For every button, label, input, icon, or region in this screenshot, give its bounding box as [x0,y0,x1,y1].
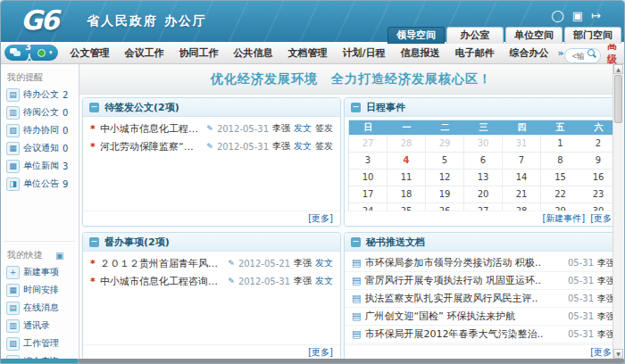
reminder-item[interactable]: ◨ 单位公告 9 [1,175,79,193]
reminder-item[interactable]: ▥ 待阅公文 0 [1,103,79,121]
document-title-link[interactable]: 中小城市信息化工程咨询监理现状与对策分析 [100,275,224,288]
nav-menu-item[interactable]: 协同工作 [179,46,219,60]
calendar-day[interactable]: 6 [464,152,503,169]
document-title-link[interactable]: 广州创文迎“国检” 环保执法来护航 [364,310,564,323]
space-tab[interactable]: 部门空间 [564,27,621,44]
document-title-link[interactable]: 雷厉风行开展专项执法行动 巩固亚运环.. [364,274,564,287]
more-link[interactable]: [更多] [590,212,615,226]
nav-menu-item[interactable]: 会议工作 [125,46,164,60]
hscroll-thumb[interactable] [78,359,624,363]
fawen-link[interactable]: 发文 [315,257,333,269]
horizontal-scrollbar[interactable] [1,359,624,363]
calendar-day[interactable]: 17 [349,186,388,203]
vertical-scrollbar[interactable]: ▲ ▼ [612,64,623,359]
collapse-icon[interactable]: − [89,103,99,112]
shortcut-item[interactable]: ▤ 在线消息 [1,299,79,317]
calendar-day[interactable]: 21 [503,186,541,203]
calendar-day[interactable]: 14 [503,169,541,186]
reminder-item[interactable]: ▤ 待办公文 2 [1,86,79,103]
document-title-link[interactable]: 中小城市信息化工程咨询监理现状与对策分析 [100,122,203,136]
more-link[interactable]: [更多] [308,346,333,360]
logout-icon[interactable]: ↦ [591,9,601,23]
document-date: 2012-05-31 [217,142,269,152]
nav-menu-item[interactable]: 综合办公 [510,46,549,60]
reminder-item[interactable]: ▧ 待办协同 0 [1,121,79,139]
calendar-day[interactable]: 1 [541,135,579,152]
nav-more-arrow[interactable]: » [558,47,564,59]
shortcut-item[interactable]: + 新建事项 [1,263,79,281]
more-link[interactable]: [更多] [308,212,333,226]
nav-menu-item[interactable]: 计划/日程 [343,46,386,60]
more-link[interactable]: [更多] [590,346,615,360]
document-title-link[interactable]: 河北劳动保障监察“两网化”软件项目 [100,140,203,153]
nav-menu-item[interactable]: 公文管理 [71,46,110,60]
space-tabs: 领导空间办公室单位空间部门空间 [388,27,621,44]
space-tab[interactable]: 单位空间 [505,27,562,44]
document-title-link[interactable]: 市环保局参加市领导分类接访活动 积极.. [364,256,564,269]
calendar-day[interactable]: 29 [426,135,464,152]
calendar-weekday: 四 [503,120,541,135]
reminder-count: 0 [62,126,68,136]
header-icon-group: ◯▣↦ [551,9,601,23]
calendar-day[interactable]: 11 [388,169,426,186]
space-tab[interactable]: 领导空间 [388,27,445,44]
calendar-day[interactable]: 22 [541,186,579,203]
nav-menu-item[interactable]: 电子邮件 [455,46,495,60]
chat-bubbles-icon [10,48,21,57]
calendar-day[interactable]: 31 [503,135,541,152]
panel-footer: [更多] [83,344,340,360]
calendar-day[interactable]: 10 [349,169,388,186]
document-date: 05-31 [568,276,594,285]
vscroll-thumb[interactable] [614,75,622,123]
qianfa-link[interactable]: 签发 [315,122,333,135]
message-icon[interactable]: ▣ [572,9,583,23]
scroll-down-icon[interactable]: ▼ [613,349,623,359]
shortcut-icon: ▥ [6,319,20,333]
reminder-item[interactable]: ▩ 单位新闻 3 [1,157,79,175]
reminder-item[interactable]: ▦ 会议通知 0 [1,139,79,157]
shortcut-item[interactable]: ▥ 通讯录 [1,317,79,335]
calendar-day[interactable]: 4 [388,152,426,169]
calendar-day[interactable]: 8 [541,152,579,169]
calendar-day[interactable]: 12 [426,169,464,186]
calendar-day[interactable]: 28 [388,135,426,152]
document-title-link[interactable]: 执法监察支队扎实开展政风行风民主评.. [364,292,564,305]
attachment-icon: ✎ [228,259,235,268]
fawen-link[interactable]: 发文 [294,140,312,153]
document-icon: ▤ [352,328,361,340]
space-tab[interactable]: 办公室 [446,27,504,44]
nav-menu-item[interactable]: 文档管理 [288,46,328,60]
calendar-day[interactable]: 19 [426,186,464,203]
document-title-link[interactable]: ２０１２贵州首届青年风采大赛复赛举行 [100,257,224,270]
calendar-day[interactable]: 5 [426,152,464,169]
calendar-day[interactable]: 3 [349,152,388,169]
new-event-link[interactable]: [新建事件] [542,212,585,226]
calendar-day[interactable]: 27 [349,135,388,152]
shortcut-item[interactable]: ▦ 时间安排 [1,281,79,299]
nav-menu-item[interactable]: 信息报送 [401,46,440,60]
collapse-icon[interactable]: − [351,237,361,247]
fawen-link[interactable]: 发文 [294,122,312,135]
home-icon[interactable]: ◯ [551,9,564,23]
fawen-link[interactable]: 发文 [315,275,333,287]
qianfa-link[interactable]: 签发 [315,140,333,153]
calendar-day[interactable]: 13 [464,169,503,186]
calendar-day[interactable]: 20 [464,186,503,203]
document-title-link[interactable]: 市环保局开展2012年春季大气污染整治.. [364,327,564,341]
im-presence-widget[interactable]: 3人 ▾ [4,45,58,61]
document-author: 李强 [294,257,312,269]
collapse-icon[interactable]: − [89,237,99,247]
reminder-icon: ▥ [6,106,20,120]
shortcuts-settings-icon[interactable]: ▣ [55,251,63,261]
calendar-day[interactable]: 15 [541,169,579,186]
scroll-up-icon[interactable]: ▲ [613,64,623,74]
panel-header: − 秘书推送文档 [345,233,622,252]
shortcut-item[interactable]: ▧ 工作管理 [1,335,79,352]
search-icon[interactable] [588,49,595,56]
collapse-icon[interactable]: − [351,103,361,112]
calendar-day[interactable]: 18 [388,186,426,203]
shortcut-item[interactable]: ◉ 综合查询 [1,352,79,359]
calendar-day[interactable]: 7 [503,152,541,169]
calendar-day[interactable]: 30 [464,135,503,152]
nav-menu-item[interactable]: 公共信息 [234,46,273,60]
